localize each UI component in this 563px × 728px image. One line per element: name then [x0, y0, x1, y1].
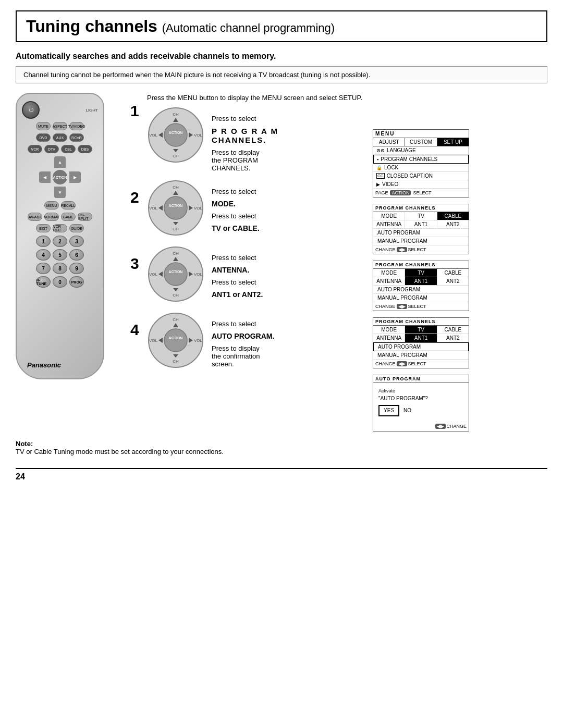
- menu-footer: PAGE ACTION SELECT: [373, 189, 469, 197]
- menu-button[interactable]: MENU: [44, 201, 59, 209]
- pc-ant1-4[interactable]: ANT1: [405, 334, 437, 342]
- action-dial-icon-4: ◀▶: [397, 361, 407, 366]
- num-0[interactable]: 0: [53, 276, 67, 288]
- vcrrec-button[interactable]: VCR REC: [53, 224, 67, 232]
- mute-button[interactable]: MUTE: [36, 122, 51, 130]
- guide-button[interactable]: GUIDE: [69, 224, 84, 232]
- menu-tab-adjust[interactable]: ADJUST: [373, 138, 405, 146]
- exit-button[interactable]: EXIT: [36, 224, 51, 232]
- pc-mode-4[interactable]: MODE: [373, 326, 405, 334]
- step-1-content: Press the MENU button to display the MEN…: [147, 93, 362, 172]
- aux-button[interactable]: AUX: [53, 133, 67, 142]
- recall-button[interactable]: RECALL: [61, 201, 76, 209]
- pc-antenna-row: ANTENNA ANT1 ANT2: [373, 220, 469, 229]
- pc-ant2-4[interactable]: ANT2: [437, 334, 469, 342]
- nav-right[interactable]: ▶: [69, 171, 81, 183]
- power-button[interactable]: ⏻: [22, 101, 40, 119]
- svg-text:ACTION: ACTION: [169, 336, 183, 340]
- menu-item-video[interactable]: ▶ VIDEO: [373, 180, 469, 189]
- pc-cable-3[interactable]: CABLE: [437, 269, 469, 277]
- num-9[interactable]: 9: [69, 263, 84, 274]
- step-1-dial-area: CH CH VOL VOL ACTION: [147, 106, 362, 172]
- remote-top-row: ⏻ LIGHT: [22, 101, 98, 119]
- pc-tv[interactable]: TV: [405, 212, 437, 220]
- num-8[interactable]: 8: [53, 263, 67, 274]
- menu-item-closed-caption[interactable]: CC CLOSED CAPTION: [373, 172, 469, 180]
- ap-yes[interactable]: YES: [378, 405, 399, 416]
- menu-item-program-channels[interactable]: ▪ PROGRAM CHANNELS: [373, 155, 469, 164]
- step-3-block: 3 CH CH VOL: [130, 245, 362, 304]
- pc-tv-4[interactable]: TV: [405, 326, 437, 334]
- rcvr-button[interactable]: RCVR: [69, 133, 84, 142]
- num-3[interactable]: 3: [69, 236, 84, 247]
- game-button[interactable]: GAME: [61, 213, 76, 221]
- num-4[interactable]: 4: [36, 249, 51, 261]
- svg-text:CH: CH: [173, 154, 179, 158]
- normal-button[interactable]: NORMAL: [44, 213, 59, 221]
- pc-manual-prog-2[interactable]: MANUAL PROGRAM: [373, 237, 469, 245]
- pc-antenna-label-4: ANTENNA: [373, 334, 405, 342]
- video-icon: ▶: [376, 182, 380, 187]
- avadj-button[interactable]: AV-ADJ: [28, 213, 42, 221]
- svg-point-9: [164, 124, 187, 146]
- vcr-button[interactable]: VCR: [28, 145, 42, 153]
- cc-icon: CC: [376, 173, 385, 179]
- nav-left[interactable]: ◀: [39, 171, 51, 183]
- pc-cable-4[interactable]: CABLE: [437, 326, 469, 334]
- step-4-number: 4: [130, 312, 142, 371]
- pc-auto-prog-4[interactable]: AUTO PROGRAM: [373, 342, 469, 351]
- lock-icon: 🔒: [376, 165, 382, 170]
- dtv-button[interactable]: DTV: [44, 145, 59, 153]
- notice-box: Channel tuning cannot be performed when …: [16, 66, 547, 83]
- svg-text:CH: CH: [173, 185, 179, 190]
- nav-down[interactable]: ▼: [54, 187, 66, 198]
- step-3-press2-value: ANT1 or ANT2.: [212, 290, 263, 299]
- menu-tab-setup[interactable]: SET UP: [437, 138, 469, 146]
- page-title-box: Tuning channels (Automatic channel progr…: [16, 10, 547, 42]
- pc-manual-prog-3[interactable]: MANUAL PROGRAM: [373, 294, 469, 302]
- step-1-press2: Press to displaythe PROGRAMCHANNELS.: [212, 149, 278, 172]
- num-1[interactable]: 1: [36, 236, 51, 247]
- pc-mode-row: MODE TV CABLE: [373, 212, 469, 220]
- pc-mode[interactable]: MODE: [373, 212, 405, 220]
- dvd-button[interactable]: DVD: [36, 133, 51, 142]
- num-2[interactable]: 2: [53, 236, 67, 247]
- pc-ant2[interactable]: ANT2: [437, 220, 469, 228]
- cbl-button[interactable]: CBL: [61, 145, 76, 153]
- pc-ant1-3[interactable]: ANT1: [405, 277, 437, 285]
- numpad: 1 2 3 4 5 6 7 8 9 R-TUNE 0 PROG: [36, 236, 84, 288]
- mute-row: MUTE ASPECT TV/VIDEO: [22, 122, 98, 130]
- main-content: ⏻ LIGHT MUTE ASPECT TV/VIDEO DVD AUX RCV…: [16, 93, 547, 431]
- menu-item-language[interactable]: ⊙⊙ LANGUAGE: [373, 146, 469, 155]
- rhsplit-button[interactable]: RH-SPLIT: [78, 213, 92, 221]
- pc-manual-prog-4[interactable]: MANUAL PROGRAM: [373, 351, 469, 360]
- aspect-button[interactable]: ASPECT: [53, 122, 67, 130]
- action-center[interactable]: ACTION: [53, 170, 67, 184]
- menu-tab-custom[interactable]: CUSTOM: [405, 138, 437, 146]
- step-2-block: 2 CH CH VOL: [130, 179, 362, 238]
- num-prog[interactable]: PROG: [69, 276, 84, 288]
- num-5[interactable]: 5: [53, 249, 67, 261]
- pc-ant1[interactable]: ANT1: [405, 220, 437, 228]
- pc-cable[interactable]: CABLE: [437, 212, 469, 220]
- ap-no[interactable]: NO: [403, 406, 411, 415]
- dbs-button[interactable]: DBS: [78, 145, 92, 153]
- menu-item-lock[interactable]: 🔒 LOCK: [373, 164, 469, 172]
- select-label-4: SELECT: [408, 361, 426, 366]
- dial-svg-1: CH CH VOL VOL ACTION: [147, 106, 204, 164]
- step-2-dial-area: CH CH VOL VOL ACTION: [147, 179, 362, 238]
- nav-up[interactable]: ▲: [54, 156, 66, 168]
- step-2-dial: CH CH VOL VOL ACTION: [147, 179, 204, 238]
- tvvideo-button[interactable]: TV/VIDEO: [69, 122, 84, 130]
- pc-mode-3[interactable]: MODE: [373, 269, 405, 277]
- num-7[interactable]: 7: [36, 263, 51, 274]
- pc-ant2-3[interactable]: ANT2: [437, 277, 469, 285]
- ap-header: AUTO PROGRAM: [373, 375, 469, 383]
- num-6[interactable]: 6: [69, 249, 84, 261]
- svg-text:VOL: VOL: [194, 206, 203, 211]
- num-rtune[interactable]: R-TUNE: [36, 276, 51, 288]
- svg-text:VOL: VOL: [149, 206, 158, 211]
- pc-auto-prog-2[interactable]: AUTO PROGRAM: [373, 229, 469, 237]
- pc-auto-prog-3[interactable]: AUTO PROGRAM: [373, 286, 469, 294]
- pc-tv-3[interactable]: TV: [405, 269, 437, 277]
